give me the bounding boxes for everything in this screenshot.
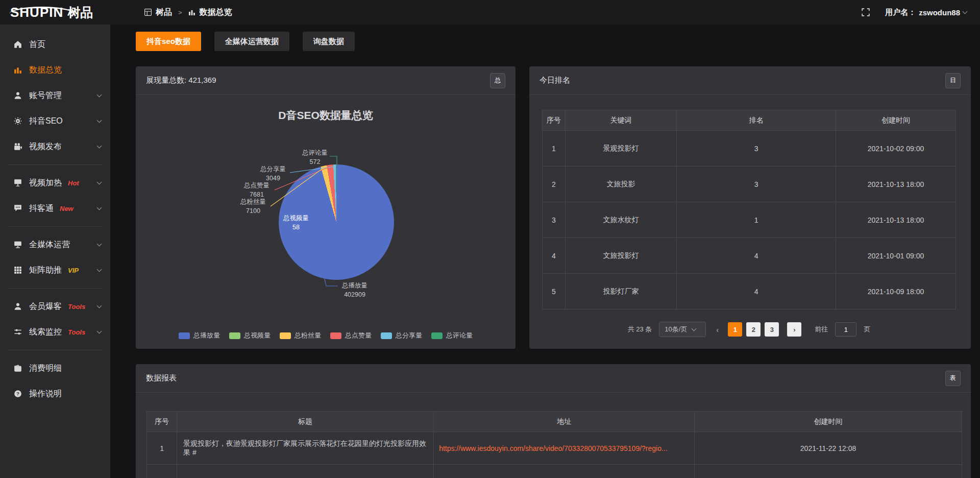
gear-icon <box>14 117 22 125</box>
table-cell: 2021-10-09 18:00 <box>836 274 956 309</box>
column-header: 序号 <box>147 412 177 432</box>
grid-icon <box>14 266 22 274</box>
table-cell: 2 <box>543 166 566 202</box>
report-panel-header: 数据报表 表 <box>136 364 971 393</box>
table-view-button[interactable]: 表 <box>945 371 961 386</box>
sidebar-item-sliders[interactable]: 线索监控Tools <box>0 319 110 345</box>
legend-swatch <box>179 332 190 339</box>
prev-page-button[interactable]: ‹ <box>713 325 722 334</box>
legend-item[interactable]: 总评论量 <box>431 331 473 340</box>
pie-label-name: 总播放量 <box>334 281 375 290</box>
tab-2[interactable]: 询盘数据 <box>303 32 355 51</box>
user-menu[interactable]: 用户名： zswodun88 <box>885 8 967 17</box>
total-view-button[interactable]: 总 <box>490 73 505 88</box>
pie-label-value: 572 <box>292 157 338 166</box>
table-row[interactable]: 1景观投影灯32021-10-02 09:00 <box>543 131 956 166</box>
column-header: 排名 <box>677 110 836 131</box>
sidebar-item-question[interactable]: ?操作说明 <box>0 381 110 407</box>
pagination-total: 共 23 条 <box>628 325 652 334</box>
table-cell: 5 <box>543 274 566 309</box>
legend-item[interactable]: 总视频量 <box>229 331 271 340</box>
main-content: 抖音seo数据全媒体运营数据询盘数据 展现量总数: 421,369 总 D音SE… <box>110 25 980 478</box>
pie-label-comments: 总评论量 572 <box>292 148 338 166</box>
chevron-down-icon <box>692 326 697 331</box>
pie-chart-area: D音SEO数据量总览 总评论量 572 总分享量 3049 <box>136 95 516 348</box>
column-header: 序号 <box>543 110 566 131</box>
sidebar-item-grid[interactable]: 矩阵助推VIP <box>0 257 110 283</box>
sidebar-item-monitor[interactable]: 全媒体运营 <box>0 232 110 257</box>
sidebar-item-member[interactable]: 会员爆客Tools <box>0 294 110 319</box>
pie-label-fans: 总粉丝量 7100 <box>230 197 276 216</box>
table-cell: 3 <box>677 166 836 202</box>
report-body: 序号标题地址创建时间1景观投影灯，夜游景观投影灯厂家展示展示落花灯在花园里的灯光… <box>136 411 971 478</box>
page-button-3[interactable]: 3 <box>765 322 779 337</box>
data-report-panel: 数据报表 表 序号标题地址创建时间1景观投影灯，夜游景观投影灯厂家展示展示落花灯… <box>136 364 971 478</box>
legend-item[interactable]: 总分享量 <box>381 331 422 340</box>
row-index: 1 <box>147 432 177 465</box>
sidebar-item-label: 操作说明 <box>29 389 62 399</box>
legend-item[interactable]: 总播放量 <box>179 331 220 340</box>
sidebar-item-chart[interactable]: 数据总览 <box>0 57 110 83</box>
table-row[interactable]: 2文旅投影32021-10-13 18:00 <box>543 166 956 202</box>
page-button-1[interactable]: 1 <box>728 322 742 337</box>
table-header-row: 序号标题地址创建时间 <box>147 412 962 432</box>
goto-page-input[interactable]: 1 <box>835 322 856 337</box>
pie-label-likes: 总点赞量 7681 <box>234 181 280 199</box>
sidebar-item-label: 视频发布 <box>29 141 62 152</box>
user-icon <box>14 91 22 100</box>
legend-item[interactable]: 总点赞量 <box>330 331 372 340</box>
tab-1[interactable]: 全媒体运营数据 <box>214 32 289 51</box>
chevron-down-icon <box>97 329 102 334</box>
next-page-button[interactable]: › <box>787 322 801 337</box>
today-ranking-panel: 今日排名 日 序号关键词排名创建时间1景观投影灯32021-10-02 09:0… <box>529 66 971 349</box>
page-size-select[interactable]: 10条/页 <box>659 322 706 337</box>
sidebar-item-badge: Tools <box>68 303 85 310</box>
ranking-title: 今日排名 <box>540 76 570 85</box>
page-size-value: 10条/页 <box>665 325 687 334</box>
sidebar-divider <box>8 226 102 227</box>
table-cell: 投影灯厂家 <box>565 274 677 309</box>
table-cell: 2021-10-13 18:00 <box>836 166 956 202</box>
day-view-button[interactable]: 日 <box>945 73 961 88</box>
legend-label: 总视频量 <box>244 331 271 340</box>
sidebar-item-user[interactable]: 账号管理 <box>0 83 110 108</box>
chevron-down-icon <box>97 205 102 210</box>
pie-label-name: 总点赞量 <box>234 181 280 190</box>
table-cell: 2021-10-01 09:00 <box>836 238 956 274</box>
app-logo[interactable]: SHUPIN 树品 <box>0 6 110 19</box>
chevron-down-icon <box>97 92 102 98</box>
breadcrumb-current: 数据总览 <box>200 7 232 18</box>
sidebar-item-chat[interactable]: 抖客通New <box>0 196 110 221</box>
sidebar-item-heat[interactable]: 视频加热Hot <box>0 170 110 196</box>
question-icon: ? <box>14 390 22 398</box>
legend-swatch <box>280 332 291 339</box>
sidebar-item-gear[interactable]: 抖音SEO <box>0 108 110 134</box>
home-icon <box>14 40 22 49</box>
table-row[interactable]: 1景观投影灯，夜游景观投影灯厂家展示展示落花灯在花园里的灯光投影应用效果 #ht… <box>147 432 962 465</box>
legend-swatch <box>330 332 341 339</box>
legend-label: 总分享量 <box>396 331 422 340</box>
pie-label-shares: 总分享量 3049 <box>250 164 296 183</box>
sidebar-item-label: 消费明细 <box>29 363 62 374</box>
sidebar-item-video[interactable]: 视频发布 <box>0 134 110 159</box>
sliders-icon <box>14 328 22 336</box>
tab-0[interactable]: 抖音seo数据 <box>136 32 201 51</box>
sidebar-item-badge: Tools <box>68 328 85 336</box>
sidebar-item-home[interactable]: 首页 <box>0 32 110 57</box>
table-row[interactable]: 5投影灯厂家42021-10-09 18:00 <box>543 274 956 309</box>
sidebar-item-label: 会员爆客 <box>29 301 62 312</box>
table-cell: 文旅投影灯 <box>565 238 677 274</box>
table-row[interactable]: 4文旅投影灯42021-10-01 09:00 <box>543 238 956 274</box>
page-button-2[interactable]: 2 <box>746 322 761 337</box>
chart-legend: 总播放量总视频量总粉丝量总点赞量总分享量总评论量 <box>136 331 516 340</box>
table-cell <box>177 465 434 478</box>
top-header: SHUPIN 树品 树品 > 数据总览 用户名： zswodun88 <box>0 0 980 25</box>
sidebar-item-wallet[interactable]: 消费明细 <box>0 355 110 381</box>
legend-item[interactable]: 总粉丝量 <box>280 331 321 340</box>
report-title: 数据报表 <box>146 373 177 383</box>
fullscreen-icon[interactable] <box>862 8 870 16</box>
video-link[interactable]: https://www.iesdouyin.com/share/video/70… <box>439 444 668 452</box>
breadcrumb-root[interactable]: 树品 <box>156 7 172 18</box>
ranking-panel-header: 今日排名 日 <box>529 66 971 95</box>
table-row[interactable]: 3文旅水纹灯12021-10-13 18:00 <box>543 202 956 238</box>
